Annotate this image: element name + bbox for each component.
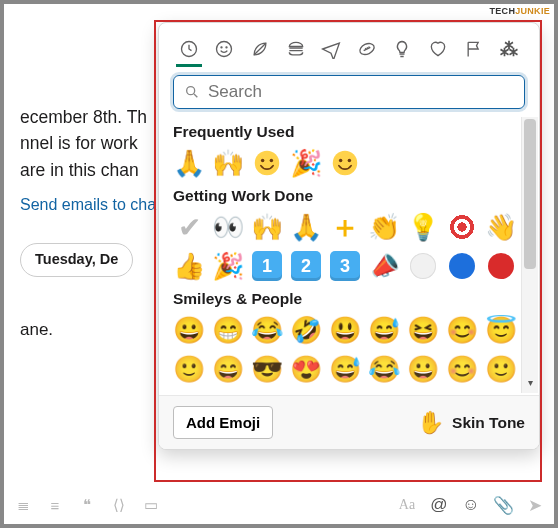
numbered-list-icon[interactable]: ≡ (46, 496, 64, 514)
emoji-sweat-smile[interactable]: 😅 (368, 314, 400, 346)
emoji-category-tabs: ⁂ (159, 23, 539, 67)
emoji-search[interactable] (173, 75, 525, 109)
emoji-smile[interactable] (251, 147, 283, 179)
tab-objects[interactable] (389, 33, 415, 67)
emoji-thumbs-up[interactable]: 👍 (173, 250, 205, 282)
format-icon[interactable]: Aa (398, 496, 416, 514)
search-icon (184, 84, 200, 100)
emoji-sweat-smile[interactable]: 😅 (329, 353, 361, 385)
attach-icon[interactable]: 📎 (494, 496, 512, 514)
send-icon[interactable]: ➤ (526, 496, 544, 514)
svg-point-8 (270, 159, 274, 163)
emoji-laughing[interactable]: 😆 (407, 314, 439, 346)
tab-travel[interactable] (318, 33, 344, 67)
emoji-raised-hands[interactable]: 🙌 (212, 147, 244, 179)
emoji-megaphone[interactable]: 📣 (364, 246, 403, 285)
emoji-beaming[interactable]: 😁 (212, 314, 244, 346)
emoji-blush[interactable]: 😊 (446, 353, 478, 385)
emoji-heart-eyes[interactable]: 😍 (290, 353, 322, 385)
watermark: TECHJUNKIE (489, 6, 550, 16)
flag-icon (464, 39, 484, 59)
emoji-big-smile[interactable]: 😃 (329, 314, 361, 346)
svg-point-6 (255, 151, 280, 176)
svg-point-7 (261, 159, 265, 163)
emoji-scroll-area: ▾ Frequently Used 🙏 🙌 🎉 Getting Work Don… (159, 115, 539, 395)
date-divider-pill[interactable]: Tuesday, De (20, 243, 133, 277)
svg-point-9 (333, 151, 358, 176)
scrollbar-thumb[interactable] (524, 119, 536, 269)
emoji-rofl[interactable]: 🤣 (290, 314, 322, 346)
emoji-tada[interactable]: 🎉 (212, 250, 244, 282)
plane-icon (321, 39, 341, 59)
emoji-joy[interactable]: 😂 (368, 353, 400, 385)
tab-symbols[interactable] (425, 33, 451, 67)
section-frequently-used: Frequently Used (173, 123, 525, 141)
emoji-search-input[interactable] (208, 82, 514, 102)
svg-point-2 (221, 46, 222, 47)
emoji-composer-icon[interactable]: ☺ (462, 496, 480, 514)
emoji-picker: ⁂ ▾ Frequently Used 🙏 🙌 🎉 Getting Work D… (158, 22, 540, 450)
code-icon[interactable]: ⟨⟩ (110, 496, 128, 514)
tab-activities[interactable] (354, 33, 380, 67)
emoji-red-circle[interactable] (485, 250, 517, 282)
svg-point-1 (217, 41, 232, 56)
tab-smileys[interactable] (211, 33, 237, 67)
emoji-joy[interactable]: 😂 (251, 314, 283, 346)
emoji-checkmark[interactable]: ✔ (173, 211, 205, 243)
mention-icon[interactable]: @ (430, 496, 448, 514)
emoji-keycap-3[interactable]: 3 (329, 250, 361, 282)
tab-nature[interactable] (247, 33, 273, 67)
svg-point-10 (339, 159, 343, 163)
heart-icon (428, 39, 448, 59)
emoji-target[interactable] (446, 211, 478, 243)
tab-food[interactable] (283, 33, 309, 67)
send-emails-link[interactable]: Send emails to cha (20, 196, 156, 213)
emoji-plus[interactable]: ＋ (329, 211, 361, 243)
scrollbar[interactable]: ▾ (521, 117, 538, 393)
emoji-grin[interactable]: 😄 (212, 353, 244, 385)
svg-point-11 (348, 159, 352, 163)
emoji-smile[interactable] (329, 147, 361, 179)
emoji-grinning[interactable]: 😀 (407, 353, 439, 385)
app-frame: ecember 8th. Th nnel is for work are in … (4, 4, 554, 524)
emoji-pray[interactable]: 🙏 (173, 147, 205, 179)
emoji-sunglasses[interactable]: 😎 (251, 353, 283, 385)
emoji-tada[interactable]: 🎉 (290, 147, 322, 179)
tab-flags[interactable] (461, 33, 487, 67)
clock-icon (179, 39, 199, 59)
emoji-pray[interactable]: 🙏 (290, 211, 322, 243)
bulb-icon (392, 39, 412, 59)
bullet-list-icon[interactable]: ≣ (14, 496, 32, 514)
codeblock-icon[interactable]: ▭ (142, 496, 160, 514)
emoji-slight-smile[interactable]: 🙂 (173, 353, 205, 385)
svg-point-5 (187, 87, 195, 95)
burger-icon (286, 39, 306, 59)
emoji-smile[interactable]: 🙂 (485, 353, 517, 385)
section-smileys-people: Smileys & People (173, 290, 525, 308)
svg-point-3 (226, 46, 227, 47)
emoji-blue-circle[interactable] (446, 250, 478, 282)
emoji-keycap-1[interactable]: 1 (251, 250, 283, 282)
tab-custom[interactable]: ⁂ (496, 33, 522, 67)
emoji-wave[interactable]: 👋 (485, 211, 517, 243)
emoji-blush[interactable]: 😊 (446, 314, 478, 346)
leaf-icon (250, 39, 270, 59)
emoji-white-circle[interactable] (407, 250, 439, 282)
quote-icon[interactable]: ❝ (78, 496, 96, 514)
emoji-eyes[interactable]: 👀 (212, 211, 244, 243)
emoji-keycap-2[interactable]: 2 (290, 250, 322, 282)
scrollbar-down-icon[interactable]: ▾ (524, 377, 536, 391)
emoji-clap[interactable]: 👏 (368, 211, 400, 243)
add-emoji-button[interactable]: Add Emoji (173, 406, 273, 439)
tab-recent[interactable] (176, 33, 202, 67)
emoji-grinning[interactable]: 😀 (173, 314, 205, 346)
emoji-picker-footer: Add Emoji ✋ Skin Tone (159, 395, 539, 449)
message-composer-toolbar: ≣ ≡ ❝ ⟨⟩ ▭ Aa @ ☺ 📎 ➤ (14, 496, 544, 514)
emoji-halo[interactable]: 😇 (485, 314, 517, 346)
skin-tone-selector[interactable]: ✋ Skin Tone (417, 410, 525, 436)
smiley-icon (214, 39, 234, 59)
emoji-raised-hands[interactable]: 🙌 (251, 211, 283, 243)
emoji-bulb[interactable]: 💡 (407, 211, 439, 243)
hand-icon: ✋ (417, 410, 444, 436)
skin-tone-label: Skin Tone (452, 414, 525, 432)
